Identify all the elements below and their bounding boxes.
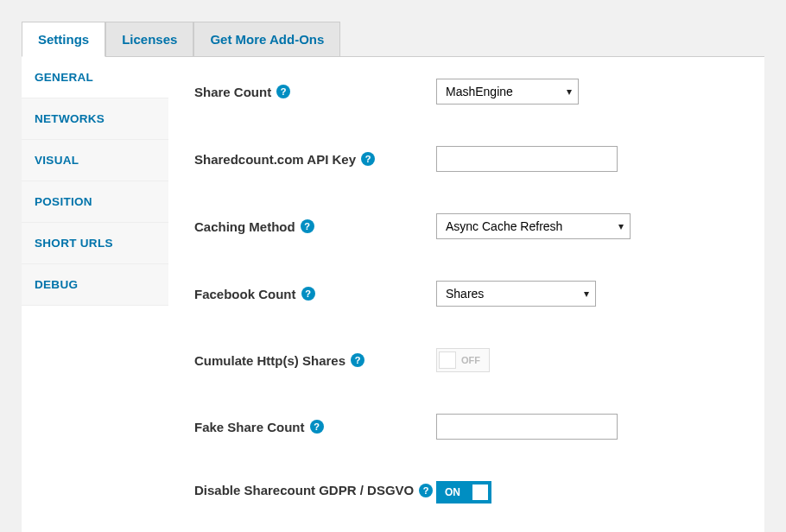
field-cumulate: Cumulate Http(s) Shares ? OFF <box>194 348 738 372</box>
select-wrap: MashEngine <box>436 79 579 104</box>
label-text: Cumulate Http(s) Shares <box>194 353 345 368</box>
toggle-label: OFF <box>461 355 487 365</box>
label-text: Sharedcount.com API Key <box>194 152 356 167</box>
help-icon[interactable]: ? <box>361 152 375 166</box>
label-api-key: Sharedcount.com API Key ? <box>194 152 436 167</box>
field-fb-count: Facebook Count ? Shares <box>194 281 738 307</box>
settings-content: Share Count ? MashEngine Sharedcount.com… <box>168 57 764 532</box>
sidebar-item-debug[interactable]: DEBUG <box>22 264 168 306</box>
label-text: Facebook Count <box>194 287 296 301</box>
label-gdpr: Disable Sharecount GDPR / DSGVO ? <box>194 481 436 501</box>
select-share-count[interactable]: MashEngine <box>436 79 579 104</box>
label-text: Fake Share Count <box>194 420 305 434</box>
toggle-knob <box>439 352 456 369</box>
field-gdpr: Disable Sharecount GDPR / DSGVO ? ON <box>194 481 738 504</box>
toggle-cumulate[interactable]: OFF <box>436 348 490 372</box>
tab-addons[interactable]: Get More Add-Ons <box>193 22 340 57</box>
input-fake[interactable] <box>436 414 618 440</box>
label-text: Share Count <box>194 85 271 99</box>
tab-bar: Settings Licenses Get More Add-Ons <box>0 0 786 57</box>
tab-settings[interactable]: Settings <box>22 22 105 57</box>
help-icon[interactable]: ? <box>301 287 315 301</box>
toggle-knob <box>472 484 488 500</box>
sidebar-item-visual[interactable]: VISUAL <box>22 140 168 181</box>
help-icon[interactable]: ? <box>301 219 314 233</box>
label-cumulate: Cumulate Http(s) Shares ? <box>194 353 436 368</box>
label-text: Disable Sharecount GDPR / DSGVO <box>194 481 414 501</box>
label-fake: Fake Share Count ? <box>194 420 436 434</box>
sidebar-item-shorturls[interactable]: SHORT URLS <box>22 223 168 264</box>
field-caching: Caching Method ? Async Cache Refresh <box>194 213 738 239</box>
select-fb-count[interactable]: Shares <box>436 281 596 307</box>
tab-licenses[interactable]: Licenses <box>105 22 193 57</box>
sidebar-item-position[interactable]: POSITION <box>22 181 168 223</box>
input-api-key[interactable] <box>436 146 618 172</box>
field-api-key: Sharedcount.com API Key ? <box>194 146 738 172</box>
select-caching[interactable]: Async Cache Refresh <box>436 213 631 239</box>
help-icon[interactable]: ? <box>419 484 433 497</box>
help-icon[interactable]: ? <box>310 420 324 434</box>
sidebar-item-networks[interactable]: NETWORKS <box>22 98 168 140</box>
help-icon[interactable]: ? <box>351 353 364 367</box>
sidebar-item-general[interactable]: GENERAL <box>22 57 168 98</box>
toggle-label: ON <box>445 486 460 498</box>
select-wrap: Shares <box>436 281 596 307</box>
select-wrap: Async Cache Refresh <box>436 213 631 239</box>
settings-sidebar: GENERAL NETWORKS VISUAL POSITION SHORT U… <box>22 57 168 532</box>
settings-panel: GENERAL NETWORKS VISUAL POSITION SHORT U… <box>22 56 764 532</box>
label-fb-count: Facebook Count ? <box>194 287 436 301</box>
field-fake: Fake Share Count ? <box>194 414 738 440</box>
label-text: Caching Method <box>194 219 295 234</box>
field-share-count: Share Count ? MashEngine <box>194 79 738 104</box>
label-caching: Caching Method ? <box>194 219 436 234</box>
help-icon[interactable]: ? <box>276 85 290 98</box>
toggle-gdpr[interactable]: ON <box>436 481 491 504</box>
label-share-count: Share Count ? <box>194 85 436 99</box>
